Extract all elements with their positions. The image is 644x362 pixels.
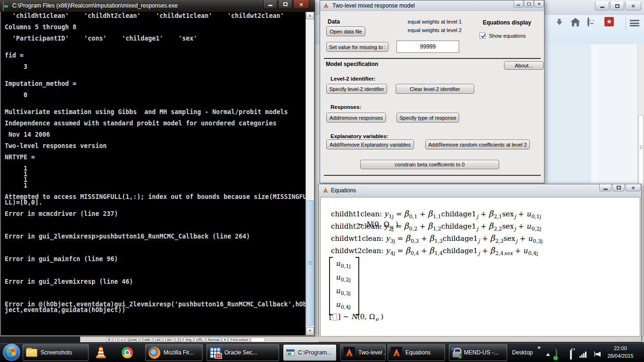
maximize-button[interactable] <box>278 0 292 9</box>
open-data-file-button[interactable]: Open data file <box>326 26 365 36</box>
desktop-toolbar-chevron[interactable]: » <box>537 344 541 351</box>
taskbar-button-oracle-sec[interactable]: 13Oracle Sec... <box>206 344 279 361</box>
chat-smiley-icon[interactable] <box>587 17 589 27</box>
console-titlebar[interactable]: C:\Program Files (x86)\Realcom\Imputatio… <box>0 0 315 12</box>
add-explanatory-button[interactable]: Add/Remove Explanatory variables <box>326 140 414 149</box>
start-button[interactable] <box>3 344 20 361</box>
equation-token: = <box>395 247 405 255</box>
taskbar-button-label: C:\Program... <box>298 349 331 356</box>
hidden-icons-arrow[interactable] <box>546 353 550 356</box>
equation-token: + <box>480 234 490 243</box>
desktop-toolbar-label[interactable]: Desktop <box>512 349 533 356</box>
close-icon: × <box>299 1 303 8</box>
missing-value-field[interactable] <box>396 41 459 53</box>
equations-window: Equations × childht1clean: y1j = β0,1 + … <box>318 184 642 342</box>
menu-icon[interactable] <box>630 20 639 26</box>
dialog-titlebar[interactable]: Two-level mixed response model × <box>320 0 544 11</box>
equation-token: ) <box>379 313 384 321</box>
oracle-icon: 13 <box>210 347 221 358</box>
taskbar-button[interactable] <box>92 344 115 361</box>
editor-button[interactable]: Normal <box>206 337 221 342</box>
home-icon[interactable] <box>570 18 580 26</box>
editor-button[interactable]: I <box>113 337 118 342</box>
maximize-button[interactable] <box>612 184 625 191</box>
taskbar-button-screenshots[interactable]: Screenshots <box>23 344 89 361</box>
equation-line: childwt2clean: y4j = β0,4 + β1,4childage… <box>331 246 543 258</box>
editor-button[interactable]: B <box>106 337 112 342</box>
scroll-up-button[interactable]: ▲ <box>306 12 314 19</box>
specify-response-type-button[interactable]: Specify type of response <box>396 113 459 123</box>
editor-button[interactable]: Font colour <box>229 337 250 342</box>
network-signal-icon[interactable] <box>579 352 587 358</box>
minimize-button[interactable] <box>595 2 609 10</box>
lastpass-icon[interactable] <box>604 17 614 26</box>
taskbar-button-mozilla-fir[interactable]: Mozilla Fir... <box>145 344 203 361</box>
equations-titlebar[interactable]: Equations × <box>319 184 641 197</box>
editor-button[interactable]: List= <box>163 337 174 342</box>
taskbar-button-mend-us[interactable]: MEND-US -... <box>449 344 507 361</box>
scrollbar-thumb[interactable] <box>306 200 314 326</box>
equation-token: 0,2j <box>531 226 541 232</box>
editor-button[interactable]: ▾ <box>222 337 228 342</box>
toolbar-separator <box>626 17 626 30</box>
equation-token: y <box>386 247 389 255</box>
taskbar-button-equations[interactable]: Equations <box>388 344 445 361</box>
taskbar-button[interactable] <box>119 344 141 361</box>
power-plug-icon[interactable] <box>570 350 572 360</box>
equation-token: 1,4 <box>434 250 443 256</box>
maximize-icon <box>283 2 288 6</box>
constrain-beta-button[interactable]: constrain beta coefficients to 0 <box>360 160 499 169</box>
equation-token: ] ~ <box>338 313 351 321</box>
equation-token: 0,3j <box>533 238 543 244</box>
editor-button[interactable]: Code <box>140 337 152 342</box>
close-button[interactable]: × <box>293 0 309 9</box>
minimize-button[interactable] <box>599 184 611 191</box>
show-equations-label: Show equations <box>489 33 526 39</box>
set-missing-value-button[interactable]: Set value for missing to : <box>326 42 388 52</box>
about-button[interactable]: About... <box>504 61 544 70</box>
equation-token: β <box>429 233 434 243</box>
equation-token: 0,1j <box>341 263 351 269</box>
equation-token: childage1 <box>441 222 476 230</box>
minimize-icon <box>600 7 604 8</box>
console-scrollbar[interactable]: ▲ ▼ <box>305 12 314 335</box>
minimize-button[interactable] <box>513 0 523 8</box>
taskbar-clock[interactable]: 22:00 28/04/2015 <box>605 345 636 360</box>
maximize-button[interactable] <box>524 0 534 8</box>
minimize-button[interactable] <box>263 0 277 9</box>
equation-token: β <box>404 221 409 230</box>
editor-button[interactable]: [*] <box>175 337 182 342</box>
close-button[interactable]: × <box>626 184 641 191</box>
equation-token: β <box>490 233 495 243</box>
equation-token: u <box>336 287 340 295</box>
equation-token: childage1 <box>443 247 478 255</box>
editor-button[interactable]: Quote <box>125 337 139 342</box>
equation-token: 0,2 <box>409 226 418 232</box>
editor-button[interactable]: List <box>153 337 163 342</box>
specify-level2-button[interactable]: Specify level-2 identifier <box>326 84 387 94</box>
taskbar-button-label: Screenshots <box>41 349 72 356</box>
bracket-left <box>329 257 333 315</box>
editor-button[interactable]: URL <box>194 337 205 342</box>
add-random-coefficients-button[interactable]: Add/Remove random coefficients at level … <box>425 140 530 149</box>
maximize-icon <box>615 4 619 8</box>
taskbar-button-label: Oracle Sec... <box>224 349 257 356</box>
taskbar-button-c-program[interactable]: C:\Program... <box>283 344 337 361</box>
show-equations-checkbox[interactable] <box>479 33 486 39</box>
editor-button[interactable]: u <box>119 337 124 342</box>
close-button[interactable]: × <box>534 0 544 8</box>
equation-token: 1j <box>388 214 393 220</box>
sync-status-icon[interactable] <box>554 349 557 360</box>
editor-field[interactable] <box>251 337 265 342</box>
separator <box>324 175 541 176</box>
taskbar-button-two-level[interactable]: Two-level ... <box>340 344 386 361</box>
close-button[interactable]: × <box>625 2 641 10</box>
downloads-icon[interactable] <box>556 19 562 25</box>
scroll-down-button[interactable]: ▼ <box>306 327 314 335</box>
close-icon: × <box>537 1 540 7</box>
add-remove-responses-button[interactable]: Add/remove responses <box>326 113 386 123</box>
clear-level2-button[interactable]: Clear level-2 identifier <box>396 84 474 94</box>
editor-button[interactable]: Img <box>183 337 193 342</box>
equation-token: sex <box>504 250 512 256</box>
maximize-button[interactable] <box>610 2 624 10</box>
